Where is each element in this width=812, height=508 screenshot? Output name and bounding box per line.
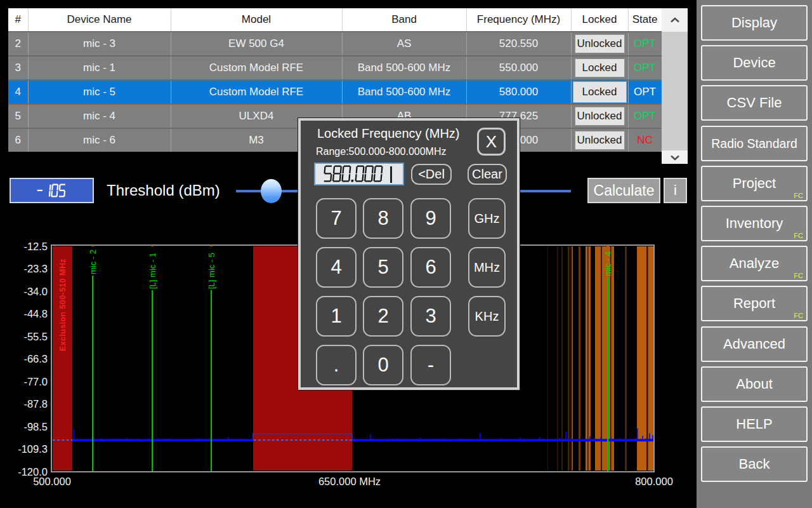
- svg-text:-87.8: -87.8: [23, 398, 48, 410]
- svg-text:-12.5: -12.5: [23, 241, 48, 252]
- svg-text:-34.0: -34.0: [23, 286, 48, 297]
- svg-text:[L] mic - 5: [L] mic - 5: [207, 253, 216, 289]
- svg-text:-77.0: -77.0: [23, 376, 48, 387]
- svg-text:800.000: 800.000: [635, 476, 673, 487]
- svg-text:650.000 MHz: 650.000 MHz: [318, 476, 381, 487]
- svg-text:-66.3: -66.3: [23, 353, 48, 364]
- svg-text:-55.5: -55.5: [23, 331, 48, 342]
- svg-text:-109.3: -109.3: [18, 443, 48, 455]
- svg-text:-98.5: -98.5: [23, 421, 48, 432]
- svg-text:[L] mic - 1: [L] mic - 1: [148, 253, 157, 289]
- svg-text:mic - 4: mic - 4: [603, 251, 613, 276]
- svg-text:Exclusion 500-510 MHz: Exclusion 500-510 MHz: [58, 258, 67, 351]
- svg-text:mic - 2: mic - 2: [88, 250, 98, 274]
- svg-text:500.000: 500.000: [33, 476, 71, 487]
- svg-text:-23.3: -23.3: [23, 263, 48, 274]
- svg-text:-44.8: -44.8: [23, 308, 48, 319]
